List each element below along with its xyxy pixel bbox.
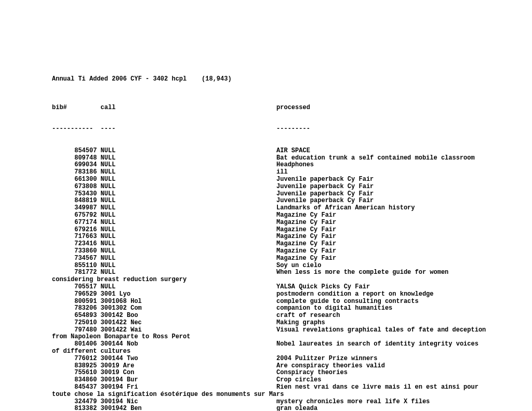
table-row: 725010 3001422 NecMaking graphs [52,320,532,327]
cell-bib: 813382 [52,405,97,411]
cell-call: 300194 Bur [101,377,276,384]
table-row: 800591 3001068 Holcomplete guide to cons… [52,298,532,306]
cell-processed: craft of research [276,312,340,320]
table-row: 734567 NULLMagazine Cy Fair [52,255,532,262]
table-row: 324479 300194 Nicmystery chronicles more… [52,399,532,406]
table-row: 677174 NULLMagazine Cy Fair [52,219,532,227]
cell-processed: Rien nest vrai dans ce livre mais il en … [276,384,478,391]
cell-call: NULL [101,205,276,212]
cell-call: NULL [101,155,276,162]
cell-bib: 675792 [52,212,97,219]
cell-call: NULL [101,262,276,270]
cell-processed: complete guide to consulting contracts [276,298,419,306]
table-row: 699034 NULLHeadphones [52,162,532,169]
cell-bib: 673808 [52,183,97,191]
cell-processed: Magazine Cy Fair [276,233,336,241]
cell-call: 3001422 Wai [101,327,276,334]
table-row: 776012 300144 Two2004 Pulitzer Prize win… [52,355,532,363]
cell-processed: Soy un cielo [276,262,321,270]
wrapped-line: toute chose la signification ésotérique … [52,391,532,399]
table-row: 834860 300194 BurCrop circles [52,377,532,384]
cell-call: 3001942 Ben [101,405,276,411]
table-row: 723416 NULLMagazine Cy Fair [52,241,532,248]
table-row: 854507 NULLAIR SPACE [52,148,532,155]
cell-processed: companion to digital humanities [276,305,392,312]
table-row: 675792 NULLMagazine Cy Fair [52,212,532,219]
cell-call: 300142 Boo [101,312,276,320]
cell-call: NULL [101,197,276,205]
cell-bib: 796529 [52,291,97,298]
table-row: 783186 NULLill [52,169,532,176]
cell-processed: Magazine Cy Fair [276,248,336,255]
cell-processed: AIR SPACE [276,148,310,155]
cell-processed: When less is more the complete guide for… [276,269,448,276]
report-title: Annual Ti Added 2006 CYF - 3402 hcpl (18… [52,76,532,83]
table-row: 801406 300144 NobNobel laureates in sear… [52,341,532,348]
table-row: 705517 NULLYALSA Quick Picks Cy Fair [52,284,532,291]
cell-bib: 801406 [52,341,97,348]
cell-bib: 845437 [52,384,97,391]
cell-call: NULL [101,191,276,198]
report-page: Annual Ti Added 2006 CYF - 3402 hcpl (18… [0,0,532,411]
rows-container: 854507 NULLAIR SPACE809748 NULLBat educa… [52,148,532,411]
cell-processed: Crop circles [276,377,321,384]
header-rule: ----------- ------------- [52,126,532,133]
column-headers: bib# callprocessed [52,104,532,112]
cell-bib: 705517 [52,284,97,291]
cell-processed: Magazine Cy Fair [276,212,336,219]
cell-bib: 679216 [52,227,97,234]
cell-processed: Juvenile paperback Cy Fair [276,197,374,205]
cell-processed: mystery chronicles more real life X file… [276,399,430,406]
cell-processed: Landmarks of African American history [276,205,415,212]
cell-call: NULL [101,269,276,276]
cell-bib: 677174 [52,219,97,227]
cell-bib: 725010 [52,320,97,327]
cell-bib: 809748 [52,155,97,162]
cell-processed: ill [276,169,288,176]
cell-processed: Magazine Cy Fair [276,227,336,234]
cell-call: NULL [101,284,276,291]
cell-processed: gran oleada [276,405,317,411]
cell-bib: 797480 [52,327,97,334]
cell-call: NULL [101,169,276,176]
cell-processed: Bat education trunk a self contained mob… [276,155,475,162]
rule-call: ---- [101,126,276,133]
cell-processed: 2004 Pulitzer Prize winners [276,355,377,363]
cell-bib: 733860 [52,248,97,255]
cell-bib: 781772 [52,269,97,276]
header-processed: processed [276,104,310,112]
cell-call: NULL [101,183,276,191]
cell-bib: 734567 [52,255,97,262]
cell-bib: 654893 [52,312,97,320]
cell-bib: 854507 [52,148,97,155]
table-row: 679216 NULLMagazine Cy Fair [52,227,532,234]
cell-bib: 324479 [52,399,97,406]
cell-bib: 855110 [52,262,97,270]
cell-call: 3001068 Hol [101,298,276,306]
table-row: 796529 3001 Lyopostmodern condition a re… [52,291,532,298]
cell-call: 3001 Lyo [101,291,276,298]
cell-call: 3001302 Com [101,305,276,312]
table-row: 733860 NULLMagazine Cy Fair [52,248,532,255]
cell-processed: Headphones [276,162,314,169]
table-row: 813382 3001942 Bengran oleada [52,405,532,411]
table-row: 783206 3001302 Comcompanion to digital h… [52,305,532,312]
cell-processed: Nobel laureates in search of identity in… [276,341,478,348]
cell-processed: Juvenile paperback Cy Fair [276,191,374,198]
table-row: 781772 NULLWhen less is more the complet… [52,269,532,276]
cell-call: NULL [101,212,276,219]
cell-bib: 661300 [52,176,97,183]
cell-bib: 783186 [52,169,97,176]
cell-call: 30019 Are [101,363,276,370]
cell-call: NULL [101,255,276,262]
table-row: 717663 NULLMagazine Cy Fair [52,233,532,241]
cell-bib: 848819 [52,197,97,205]
header-bib: bib# [52,104,97,112]
cell-processed: Magazine Cy Fair [276,241,336,248]
table-row: 349987 NULLLandmarks of African American… [52,205,532,212]
cell-bib: 349987 [52,205,97,212]
cell-bib: 699034 [52,162,97,169]
table-row: 661300 NULLJuvenile paperback Cy Fair [52,176,532,183]
cell-processed: Visual revelations graphical tales of fa… [276,327,486,334]
cell-bib: 783206 [52,305,97,312]
